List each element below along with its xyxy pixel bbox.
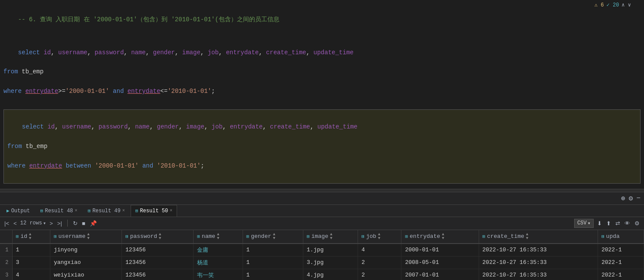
table-header-row: ⊞ id ▲▼ ⊞ username ▲▼ ⊞ password xyxy=(0,230,644,244)
settings-icon[interactable]: ⚙ xyxy=(629,194,633,203)
grid-settings-button[interactable]: ⚙ xyxy=(634,220,641,227)
name-sort[interactable]: ▲▼ xyxy=(217,233,219,240)
col-header-image[interactable]: ⊞ image ▲▼ xyxy=(303,230,358,244)
create-time-col-icon: ⊞ xyxy=(483,234,486,239)
rows-info: 12 rows ▾ xyxy=(20,220,46,227)
col-header-entrydate[interactable]: ⊞ entrydate ▲▼ xyxy=(401,230,479,244)
col-header-job[interactable]: ⊞ job ▲▼ xyxy=(358,230,401,244)
rows-dropdown-arrow[interactable]: ▾ xyxy=(43,220,46,227)
cell-entrydate: 2008-05-01 xyxy=(401,256,479,269)
col-header-update-time[interactable]: ⊞ upda xyxy=(598,230,644,244)
globe-icon[interactable]: ⊕ xyxy=(621,194,625,203)
image-col-icon: ⊞ xyxy=(307,234,310,239)
col-header-name[interactable]: ⊞ name ▲▼ xyxy=(194,230,243,244)
tab-result48-label: Result 48 xyxy=(45,208,73,214)
tab-result48[interactable]: ⊞ Result 48 × xyxy=(36,205,82,217)
create-time-sort[interactable]: ▲▼ xyxy=(526,233,528,240)
username-sort[interactable]: ▲▼ xyxy=(87,233,89,240)
close-result49[interactable]: × xyxy=(122,208,125,213)
tab-result50[interactable]: ⊞ Result 50 × xyxy=(131,205,177,217)
info-count: 20 xyxy=(613,2,619,8)
cell-job: 4 xyxy=(358,244,401,257)
add-row-button[interactable]: ⇄ xyxy=(614,220,621,227)
cell-image: 3.jpg xyxy=(303,256,358,269)
col-password-label: password xyxy=(130,233,157,240)
image-sort[interactable]: ▲▼ xyxy=(330,233,332,240)
cell-create_time: 2022-10-27 16:35:33 xyxy=(479,244,598,257)
cell-gender: 1 xyxy=(243,269,303,280)
close-result48[interactable]: × xyxy=(75,208,77,213)
col-gender-label: gender xyxy=(251,233,271,240)
view-button[interactable]: 👁 xyxy=(624,220,631,227)
editor-results-divider xyxy=(0,189,644,192)
col-header-username[interactable]: ⊞ username ▲▼ xyxy=(50,230,122,244)
cell-name: 杨道 xyxy=(194,256,243,269)
next-page-button[interactable]: > xyxy=(49,220,54,227)
cell-username: yangxiao xyxy=(50,256,122,269)
entrydate-sort[interactable]: ▲▼ xyxy=(442,233,444,240)
cell-job: 2 xyxy=(358,269,401,280)
col-id-label: id xyxy=(20,233,27,240)
download-button[interactable]: ⬇ xyxy=(596,220,603,227)
gender-sort[interactable]: ▲▼ xyxy=(273,233,275,240)
cell-name: 金庸 xyxy=(194,244,243,257)
query2-block[interactable]: select id, username, password, name, gen… xyxy=(3,109,641,184)
tab-result49[interactable]: ⊞ Result 49 × xyxy=(83,205,129,217)
warning-count: 6 xyxy=(601,2,604,8)
editor-area: ⚠ 6 ✓ 20 ∧ ∨ -- 6. 查询 入职日期 在 '2000-01-01… xyxy=(0,0,644,189)
tab-output[interactable]: ▶ Output xyxy=(2,205,35,217)
name-col-icon: ⊞ xyxy=(197,234,200,239)
cell-password: 123456 xyxy=(122,244,194,257)
output-icon: ▶ xyxy=(7,208,10,214)
pin-button[interactable]: 📌 xyxy=(89,220,98,227)
table-icon-50: ⊞ xyxy=(135,208,138,214)
last-page-button[interactable]: >| xyxy=(56,220,63,227)
cell-create_time: 2022-10-27 16:35:33 xyxy=(479,269,598,280)
cell-gender: 1 xyxy=(243,244,303,257)
first-page-button[interactable]: |< xyxy=(3,220,10,227)
comment-line: -- 6. 查询 入职日期 在 '2000-01-01'（包含）到 '2010-… xyxy=(0,3,644,36)
prev-page-button[interactable]: < xyxy=(13,220,18,227)
cell-create_time: 2022-10-27 16:35:33 xyxy=(479,256,598,269)
right-controls: CSV ▾ ⬇ ⬆ ⇄ 👁 ⚙ xyxy=(574,219,641,228)
close-panel-icon[interactable]: − xyxy=(636,194,641,202)
cell-update_time: 2022-1 xyxy=(598,256,644,269)
nav-arrows[interactable]: ∧ ∨ xyxy=(621,2,631,8)
tab-output-label: Output xyxy=(11,208,30,214)
upload-button[interactable]: ⬆ xyxy=(605,220,612,227)
row-number: 3 xyxy=(0,269,12,280)
table-row[interactable]: 34weiyixiao123456韦一笑14.jpg22007-01-01202… xyxy=(0,269,644,280)
query1-block[interactable]: select id, username, password, name, gen… xyxy=(0,36,644,108)
refresh-button[interactable]: ↻ xyxy=(72,220,79,227)
cell-password: 123456 xyxy=(122,256,194,269)
col-image-label: image xyxy=(311,233,328,240)
cell-gender: 1 xyxy=(243,256,303,269)
close-result50[interactable]: × xyxy=(170,208,172,213)
results-table-container: ⊞ id ▲▼ ⊞ username ▲▼ ⊞ password xyxy=(0,230,644,280)
cell-username: weiyixiao xyxy=(50,269,122,280)
col-name-label: name xyxy=(202,233,215,240)
results-toolbar: ⊕ ⚙ − xyxy=(0,192,644,205)
username-col-icon: ⊞ xyxy=(54,234,57,239)
col-header-password[interactable]: ⊞ password ▲▼ xyxy=(122,230,194,244)
warning-indicator: ⚠ 6 xyxy=(595,2,604,8)
table-body: 11jinyong123456金庸11.jpg42000-01-012022-1… xyxy=(0,244,644,280)
col-job-label: job xyxy=(366,233,376,240)
table-row[interactable]: 11jinyong123456金庸11.jpg42000-01-012022-1… xyxy=(0,244,644,257)
col-header-gender[interactable]: ⊞ gender ▲▼ xyxy=(243,230,303,244)
job-sort[interactable]: ▲▼ xyxy=(378,233,380,240)
cell-update_time: 2022-1 xyxy=(598,269,644,280)
col-header-create-time[interactable]: ⊞ create_time ▲▼ xyxy=(479,230,598,244)
entrydate-col-icon: ⊞ xyxy=(405,234,408,239)
col-header-id[interactable]: ⊞ id ▲▼ xyxy=(12,230,50,244)
cell-username: jinyong xyxy=(50,244,122,257)
stop-button[interactable]: ■ xyxy=(81,220,86,227)
csv-button[interactable]: CSV ▾ xyxy=(574,219,594,228)
col-entrydate-label: entrydate xyxy=(410,233,440,240)
col-username-label: username xyxy=(59,233,85,240)
pagination-separator xyxy=(67,220,68,227)
password-sort[interactable]: ▲▼ xyxy=(159,233,161,240)
id-sort[interactable]: ▲▼ xyxy=(29,233,31,240)
col-create-time-label: create_time xyxy=(487,233,524,240)
table-row[interactable]: 23yangxiao123456杨道13.jpg22008-05-012022-… xyxy=(0,256,644,269)
